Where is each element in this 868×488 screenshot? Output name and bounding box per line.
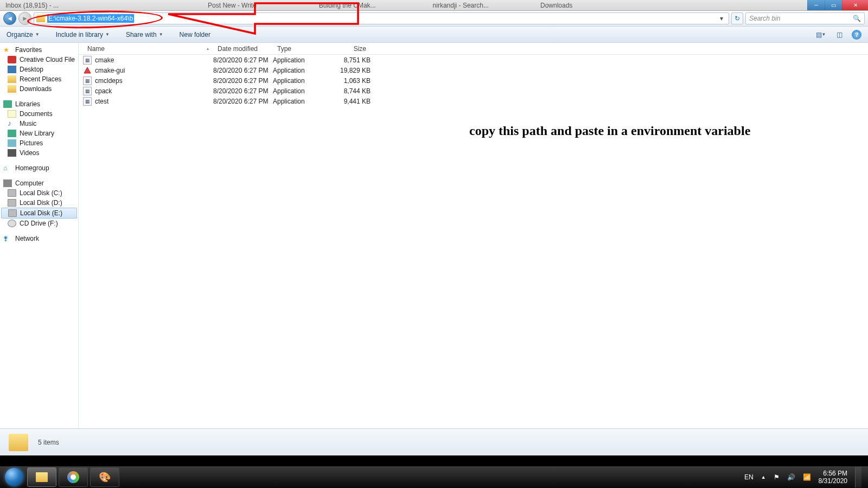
disk-icon	[8, 189, 16, 197]
sidebar-item-pictures[interactable]: Pictures	[0, 138, 78, 148]
file-type: Application	[273, 98, 333, 105]
column-headers: Name▴ Date modified Type Size	[79, 43, 868, 55]
tray-show-hidden-icon[interactable]: ▲	[761, 474, 766, 480]
refresh-button[interactable]: ↻	[731, 12, 743, 24]
show-desktop-button[interactable]	[855, 467, 861, 487]
sort-asc-icon: ▴	[207, 46, 209, 51]
minimize-button[interactable]: ─	[807, 0, 825, 10]
file-type: Application	[273, 67, 333, 74]
tray-network-icon[interactable]: 📶	[803, 473, 811, 481]
recent-icon	[8, 75, 16, 83]
sidebar-item-cd-drive[interactable]: CD Drive (F:)	[0, 219, 78, 228]
tray-flag-icon[interactable]: ⚑	[774, 473, 780, 481]
file-size: 19,829 KB	[333, 67, 371, 74]
column-type[interactable]: Type	[273, 45, 333, 53]
disk-icon	[8, 209, 17, 217]
network-icon: ⚵	[3, 235, 12, 242]
bg-tab: Post New - Write	[208, 2, 257, 9]
sidebar-item-documents[interactable]: Documents	[0, 109, 78, 119]
window-controls: ─ ▭ ✕	[807, 0, 868, 10]
file-row[interactable]: ▦cmake8/20/2020 6:27 PMApplication8,751 …	[79, 55, 868, 65]
preview-pane-button[interactable]: ◫	[833, 29, 845, 40]
chevron-down-icon: ▼	[159, 32, 163, 37]
file-type: Application	[273, 56, 333, 64]
file-name: ctest	[95, 98, 108, 105]
file-date: 8/20/2020 6:27 PM	[213, 67, 273, 74]
file-size: 8,751 KB	[333, 56, 371, 64]
address-bar[interactable]: ▾	[34, 12, 729, 24]
address-dropdown-icon[interactable]: ▾	[717, 15, 726, 22]
sidebar-item-desktop[interactable]: Desktop	[0, 65, 78, 74]
search-icon[interactable]: 🔍	[853, 15, 861, 22]
annotation-text: copy this path and paste in a environmen…	[469, 121, 750, 140]
file-date: 8/20/2020 6:27 PM	[213, 98, 273, 105]
sidebar-item-downloads[interactable]: Downloads	[0, 84, 78, 94]
file-name: cpack	[95, 87, 112, 95]
back-button[interactable]: ◄	[3, 12, 16, 25]
tray-language[interactable]: EN	[744, 473, 754, 481]
file-name: cmake	[95, 56, 114, 64]
sidebar-item-disk-c[interactable]: Local Disk (C:)	[0, 188, 78, 198]
search-box[interactable]: Search bin 🔍	[745, 12, 865, 24]
sidebar-item-disk-e[interactable]: Local Disk (E:)	[1, 208, 77, 219]
file-size: 8,744 KB	[333, 87, 371, 95]
taskbar-explorer[interactable]	[27, 467, 56, 487]
content-area: ★Favorites Creative Cloud File Desktop R…	[0, 43, 868, 428]
sidebar-item-recent-places[interactable]: Recent Places	[0, 74, 78, 84]
file-row[interactable]: ▦ctest8/20/2020 6:27 PMApplication9,441 …	[79, 96, 868, 106]
disk-icon	[8, 199, 16, 207]
chevron-down-icon: ▼	[105, 32, 110, 37]
maximize-button[interactable]: ▭	[825, 0, 842, 10]
pictures-icon	[8, 139, 16, 147]
tray-volume-icon[interactable]: 🔊	[787, 473, 795, 481]
file-row[interactable]: ▦cmcldeps8/20/2020 6:27 PMApplication1,0…	[79, 75, 868, 86]
app-icon: ▦	[83, 56, 92, 65]
homegroup-icon: ⌂	[3, 164, 12, 172]
taskbar-chrome[interactable]	[59, 467, 88, 487]
sidebar-favorites[interactable]: ★Favorites	[0, 45, 78, 55]
sidebar-network[interactable]: ⚵Network	[0, 234, 78, 243]
file-size: 1,063 KB	[333, 77, 371, 85]
sidebar-item-disk-d[interactable]: Local Disk (D:)	[0, 198, 78, 208]
command-bar: Organize▼ Include in library▼ Share with…	[0, 27, 868, 43]
library-icon	[8, 130, 16, 137]
star-icon: ★	[3, 46, 12, 54]
close-button[interactable]: ✕	[842, 0, 868, 10]
column-date[interactable]: Date modified	[213, 45, 273, 53]
navigation-pane: ★Favorites Creative Cloud File Desktop R…	[0, 43, 79, 428]
paint-icon: 🎨	[99, 471, 111, 483]
start-button[interactable]	[3, 466, 25, 488]
share-with-menu[interactable]: Share with▼	[126, 31, 163, 38]
app-icon	[83, 66, 92, 75]
view-options-button[interactable]: ▤ ▼	[815, 29, 827, 40]
file-row[interactable]: ▦cpack8/20/2020 6:27 PMApplication8,744 …	[79, 86, 868, 96]
system-tray: EN ▲ ⚑ 🔊 📶 6:56 PM 8/31/2020	[744, 467, 865, 487]
column-size[interactable]: Size	[333, 45, 371, 53]
sidebar-computer[interactable]: Computer	[0, 178, 78, 188]
libraries-icon	[3, 100, 12, 108]
file-row[interactable]: cmake-gui8/20/2020 6:27 PMApplication19,…	[79, 65, 868, 75]
sidebar-item-music[interactable]: ♪Music	[0, 119, 78, 129]
app-icon: ▦	[83, 76, 92, 85]
sidebar-item-creative-cloud[interactable]: Creative Cloud File	[0, 55, 78, 65]
tray-clock[interactable]: 6:56 PM 8/31/2020	[819, 470, 847, 485]
forward-button[interactable]: ►	[18, 12, 31, 25]
organize-menu[interactable]: Organize▼	[7, 31, 40, 38]
chrome-icon	[67, 471, 79, 483]
search-placeholder: Search bin	[749, 15, 780, 22]
bg-tab: nirkandji - Search...	[433, 2, 489, 9]
sidebar-item-new-library[interactable]: New Library	[0, 129, 78, 138]
taskbar-paint[interactable]: 🎨	[90, 467, 119, 487]
file-type: Application	[273, 87, 333, 95]
sidebar-libraries[interactable]: Libraries	[0, 99, 78, 109]
column-name[interactable]: Name▴	[83, 45, 213, 53]
address-input[interactable]	[47, 14, 134, 23]
folder-icon	[36, 15, 45, 22]
help-button[interactable]: ?	[852, 30, 861, 40]
sidebar-homegroup[interactable]: ⌂Homegroup	[0, 163, 78, 173]
folder-icon	[9, 434, 28, 451]
sidebar-item-videos[interactable]: Videos	[0, 148, 78, 158]
file-date: 8/20/2020 6:27 PM	[213, 77, 273, 85]
include-in-library-menu[interactable]: Include in library▼	[56, 31, 110, 38]
new-folder-button[interactable]: New folder	[180, 31, 210, 38]
